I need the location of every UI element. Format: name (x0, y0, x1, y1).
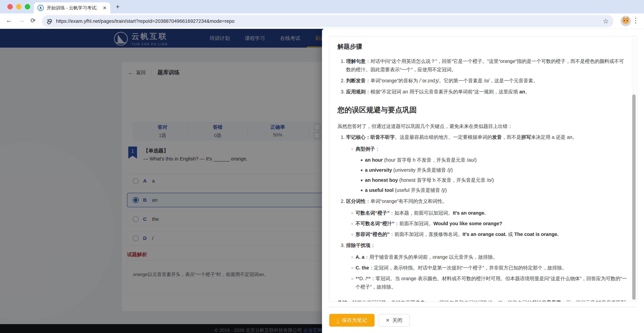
sub-point: C. the：定冠词，表示特指。对话中是第一次提到“一个橙子”，并非双方已知的特… (356, 264, 628, 272)
solution-steps-title: 解题步骤 (338, 42, 628, 51)
sub-point: 形容词“橙色的”：前面不加冠词，直接修饰名词。It's an orange co… (356, 230, 628, 238)
save-as-note-button[interactable]: ↓ 保存为笔记 (329, 314, 374, 327)
browser-chrome: 开始训练 - 云帆学习考试系统 ✕ + ← → ⟳ https://exam.y… (0, 0, 644, 29)
url-text[interactable]: https://exam.yfhl.net/pages/train/start?… (56, 18, 234, 24)
browser-forward-button[interactable]: → (18, 16, 25, 24)
pitfall-point: 排除干扰项： A. a：用于辅音音素开头的单词前，orange 以元音开头，故排… (346, 241, 628, 291)
solution-content-card: 解题步骤 理解句意：对话中问“这个用英语怎么说？”，回答“它是一个橙子。”这里“… (329, 36, 637, 302)
solution-steps-list: 理解句意：对话中问“这个用英语怎么说？”，回答“它是一个橙子。”这里“orang… (338, 57, 628, 96)
example-item: a useful tool (useful 开头音是辅音 /j/) (365, 186, 628, 194)
pitfall-point: 牢记核心：听音不听字。这是最容易出错的地方。一定要根据单词的发音，而不是拼写来决… (346, 133, 628, 194)
pitfalls-list: 牢记核心：听音不听字。这是最容易出错的地方。一定要根据单词的发音，而不是拼写来决… (338, 133, 628, 291)
browser-tab-strip: 开始训练 - 云帆学习考试系统 ✕ + (0, 0, 644, 14)
drawer-footer-divider (329, 307, 637, 307)
drawer-scrollbar-thumb[interactable] (632, 94, 636, 300)
drawer-scrollbar[interactable] (632, 38, 636, 300)
address-bar[interactable]: https://exam.yfhl.net/pages/train/start?… (42, 15, 614, 27)
browser-toolbar: ← → ⟳ https://exam.yfhl.net/pages/train/… (0, 14, 644, 29)
browser-reload-button[interactable]: ⟳ (30, 17, 36, 24)
profile-avatar[interactable] (620, 16, 631, 26)
solution-step: 判断发音：单词“orange”的音标为 /ˈɒr.ɪndʒ/。它的第一个音素是 … (346, 77, 628, 85)
example-item: an honest boy (honest 首字母 h 不发音，开头音是元音 /… (365, 176, 628, 184)
cat-avatar-icon (622, 18, 629, 24)
example-item: an hour (hour 首字母 h 不发音，开头音是元音 /aʊ/) (365, 156, 628, 164)
new-tab-button[interactable]: + (116, 4, 120, 10)
examples-heading: 典型例子： an hour (hour 首字母 h 不发音，开头音是元音 /aʊ… (356, 145, 628, 194)
pitfalls-intro: 虽然您答对了，但通过这道题可以巩固几个关键点，避免未来在类似题目上出错： (338, 122, 628, 130)
download-icon: ↓ (337, 318, 339, 323)
browser-tab[interactable]: 开始训练 - 云帆学习考试系统 ✕ (34, 2, 110, 14)
window-zoom-button[interactable] (25, 4, 30, 10)
solution-step: 理解句意：对话中问“这个用英语怎么说？”，回答“它是一个橙子。”这里“orang… (346, 57, 628, 74)
pitfall-point: 区分词性：单词“orange”有不同的含义和词性。 可数名词“橙子”：如本题，前… (346, 197, 628, 239)
sub-point: **D. /**：零冠词。当 orange 表示颜色、材料或不可数的橙汁时可用。… (356, 274, 628, 291)
tab-title: 开始训练 - 云帆学习考试系统 (47, 5, 97, 11)
summary-paragraph: 总结：解答此类冠词题，关键在于三步走：一、明确句意和名词的可数性；二、确定名词的… (338, 299, 628, 302)
site-favicon (38, 5, 44, 11)
solution-step: 应用规则：根据“不定冠词 an 用于以元音音素开头的单词前”这一规则，这里应填 … (346, 88, 628, 96)
window-minimize-button[interactable] (16, 4, 22, 10)
example-item: a university (university 开头音是辅音 /j/) (365, 166, 628, 174)
sub-point: 不可数名词“橙汁”：前面不加冠词。Would you like some ora… (356, 220, 628, 228)
tab-close-icon[interactable]: ✕ (103, 5, 107, 11)
browser-back-button[interactable]: ← (6, 16, 12, 24)
browser-menu-icon[interactable]: ⋮ (632, 16, 639, 24)
bookmark-star-icon[interactable]: ☆ (603, 17, 609, 25)
solution-drawer: 解题步骤 理解句意：对话中问“这个用英语怎么说？”，回答“它是一个橙子。”这里“… (322, 29, 644, 333)
window-close-button[interactable] (8, 4, 13, 10)
close-drawer-button[interactable]: ✕ 关闭 (378, 314, 410, 327)
sub-point: 可数名词“橙子”：如本题，前面可以加冠词。It's an orange. (356, 209, 628, 217)
sub-point: A. a：用于辅音音素开头的单词前，orange 以元音开头，故排除。 (356, 253, 628, 262)
pitfalls-section-title: 您的误区规避与要点巩固 (338, 105, 628, 115)
close-x-icon: ✕ (386, 318, 390, 323)
site-settings-icon[interactable] (46, 18, 52, 24)
